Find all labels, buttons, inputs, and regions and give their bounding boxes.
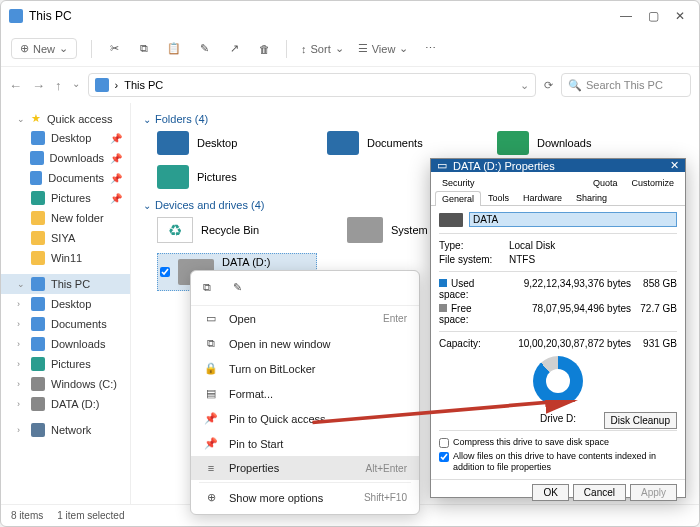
value: NTFS bbox=[509, 254, 677, 265]
close-icon[interactable]: ✕ bbox=[670, 159, 679, 172]
value: Local Disk bbox=[509, 240, 677, 251]
sidebar-quick-access[interactable]: ⌄★Quick access bbox=[1, 109, 130, 128]
free-legend-icon bbox=[439, 304, 447, 312]
index-checkbox[interactable] bbox=[439, 452, 449, 462]
pc-icon bbox=[95, 78, 109, 92]
properties-dialog: ▭ DATA (D:) Properties ✕ Security Quota … bbox=[430, 158, 686, 498]
up-icon[interactable]: ↑ bbox=[55, 78, 62, 93]
tab-sharing[interactable]: Sharing bbox=[569, 190, 614, 205]
drive-item[interactable]: ♻Recycle Bin bbox=[157, 217, 317, 243]
window-title: This PC bbox=[29, 9, 620, 23]
refresh-icon[interactable]: ⟳ bbox=[544, 79, 553, 92]
folder-item[interactable]: Pictures bbox=[157, 165, 297, 189]
new-button[interactable]: ⊕ New ⌄ bbox=[11, 38, 77, 59]
pin-icon: 📌 bbox=[203, 412, 219, 425]
ok-button[interactable]: OK bbox=[532, 484, 568, 501]
window-icon: ⧉ bbox=[203, 337, 219, 350]
ctx-open[interactable]: ▭OpenEnter bbox=[191, 306, 419, 331]
apply-button[interactable]: Apply bbox=[630, 484, 677, 501]
folder-item[interactable]: Desktop bbox=[157, 131, 297, 155]
back-icon[interactable]: ← bbox=[9, 78, 22, 93]
open-icon: ▭ bbox=[203, 312, 219, 325]
lock-icon: 🔒 bbox=[203, 362, 219, 375]
close-icon[interactable]: ✕ bbox=[675, 9, 685, 23]
share-icon[interactable]: ↗ bbox=[226, 41, 242, 57]
breadcrumb-label: This PC bbox=[124, 79, 163, 91]
ctx-more[interactable]: ⊕Show more optionsShift+F10 bbox=[191, 485, 419, 510]
sidebar-item[interactable]: ›Desktop bbox=[1, 294, 130, 314]
cut-icon[interactable]: ✂ bbox=[106, 41, 122, 57]
drive-checkbox[interactable] bbox=[160, 267, 170, 277]
sidebar-item[interactable]: Pictures📌 bbox=[1, 188, 130, 208]
tab-tools[interactable]: Tools bbox=[481, 190, 516, 205]
forward-icon[interactable]: → bbox=[32, 78, 45, 93]
toolbar: ⊕ New ⌄ ✂ ⧉ 📋 ✎ ↗ 🗑 ↕ Sort ⌄ ☰ View ⌄ ⋯ bbox=[1, 31, 699, 67]
sidebar-item[interactable]: Desktop📌 bbox=[1, 128, 130, 148]
sort-button[interactable]: ↕ Sort ⌄ bbox=[301, 42, 344, 55]
folder-item[interactable]: Documents bbox=[327, 131, 467, 155]
folder-item[interactable]: Downloads bbox=[497, 131, 637, 155]
label: Type: bbox=[439, 240, 503, 251]
minimize-icon[interactable]: — bbox=[620, 9, 632, 23]
maximize-icon[interactable]: ▢ bbox=[648, 9, 659, 23]
dialog-titlebar: ▭ DATA (D:) Properties ✕ bbox=[431, 159, 685, 172]
compress-checkbox[interactable] bbox=[439, 438, 449, 448]
breadcrumb[interactable]: › This PC ⌄ bbox=[88, 73, 537, 97]
drive-name-input[interactable] bbox=[469, 212, 677, 227]
drive-icon: ▭ bbox=[437, 159, 447, 172]
copy-icon[interactable]: ⧉ bbox=[203, 281, 221, 299]
copy-icon[interactable]: ⧉ bbox=[136, 41, 152, 57]
context-menu: ⧉ ✎ ▭OpenEnter ⧉Open in new window 🔒Turn… bbox=[190, 270, 420, 515]
sidebar-item[interactable]: ›Pictures bbox=[1, 354, 130, 374]
rename-icon[interactable]: ✎ bbox=[196, 41, 212, 57]
sidebar-item[interactable]: Win11 bbox=[1, 248, 130, 268]
used-legend-icon bbox=[439, 279, 447, 287]
cancel-button[interactable]: Cancel bbox=[573, 484, 626, 501]
drive-icon bbox=[347, 217, 383, 243]
navbar: ← → ↑ ⌄ › This PC ⌄ ⟳ 🔍 Search This PC bbox=[1, 67, 699, 103]
label: File system: bbox=[439, 254, 503, 265]
tab-quota[interactable]: Quota bbox=[586, 175, 625, 190]
delete-icon[interactable]: 🗑 bbox=[256, 41, 272, 57]
group-folders[interactable]: Folders (4) bbox=[143, 113, 687, 125]
sidebar-item[interactable]: New folder bbox=[1, 208, 130, 228]
ctx-open-new[interactable]: ⧉Open in new window bbox=[191, 331, 419, 356]
sidebar-this-pc[interactable]: ⌄This PC bbox=[1, 274, 130, 294]
search-input[interactable]: 🔍 Search This PC bbox=[561, 73, 691, 97]
sidebar: ⌄★Quick access Desktop📌 Downloads📌 Docum… bbox=[1, 103, 131, 504]
pin-icon: 📌 bbox=[203, 437, 219, 450]
ctx-properties[interactable]: ≡PropertiesAlt+Enter bbox=[191, 456, 419, 480]
ctx-pin-start[interactable]: 📌Pin to Start bbox=[191, 431, 419, 456]
sidebar-item[interactable]: Downloads📌 bbox=[1, 148, 130, 168]
format-icon: ▤ bbox=[203, 387, 219, 400]
dialog-tabs: Security Quota Customize General Tools H… bbox=[431, 172, 685, 206]
rename-icon[interactable]: ✎ bbox=[233, 281, 251, 299]
recycle-bin-icon: ♻ bbox=[157, 217, 193, 243]
properties-icon: ≡ bbox=[203, 462, 219, 474]
sidebar-network[interactable]: ›Network bbox=[1, 420, 130, 440]
sidebar-item[interactable]: ›Downloads bbox=[1, 334, 130, 354]
tab-customize[interactable]: Customize bbox=[624, 175, 681, 190]
ctx-pin-quick[interactable]: 📌Pin to Quick access bbox=[191, 406, 419, 431]
usage-pie-chart bbox=[533, 356, 583, 406]
tab-hardware[interactable]: Hardware bbox=[516, 190, 569, 205]
status-count: 8 items bbox=[11, 510, 43, 521]
disk-cleanup-button[interactable]: Disk Cleanup bbox=[604, 412, 677, 429]
search-icon: 🔍 bbox=[568, 79, 582, 92]
status-selected: 1 item selected bbox=[57, 510, 124, 521]
drive-icon bbox=[439, 213, 463, 227]
sidebar-item[interactable]: Documents📌 bbox=[1, 168, 130, 188]
sidebar-item[interactable]: ›DATA (D:) bbox=[1, 394, 130, 414]
tab-security[interactable]: Security bbox=[435, 175, 482, 190]
more-icon[interactable]: ⋯ bbox=[422, 41, 438, 57]
paste-icon[interactable]: 📋 bbox=[166, 41, 182, 57]
sidebar-item[interactable]: ›Documents bbox=[1, 314, 130, 334]
view-button[interactable]: ☰ View ⌄ bbox=[358, 42, 409, 55]
ctx-format[interactable]: ▤Format... bbox=[191, 381, 419, 406]
sidebar-item[interactable]: ›Windows (C:) bbox=[1, 374, 130, 394]
tab-general[interactable]: General bbox=[435, 191, 481, 206]
chevron-down-icon[interactable]: ⌄ bbox=[72, 78, 80, 93]
sidebar-item[interactable]: SIYA bbox=[1, 228, 130, 248]
this-pc-icon bbox=[9, 9, 23, 23]
ctx-bitlocker[interactable]: 🔒Turn on BitLocker bbox=[191, 356, 419, 381]
